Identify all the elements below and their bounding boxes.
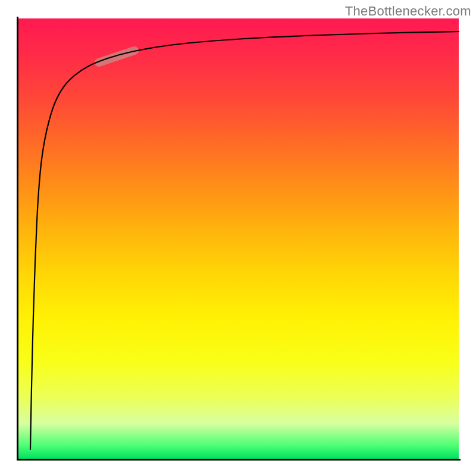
curve-layer bbox=[18, 18, 459, 459]
watermark-text: TheBottlenecker.com bbox=[345, 4, 471, 19]
x-axis bbox=[17, 459, 461, 461]
bottleneck-curve bbox=[30, 32, 459, 449]
chart-container: TheBottlenecker.com bbox=[0, 0, 476, 476]
